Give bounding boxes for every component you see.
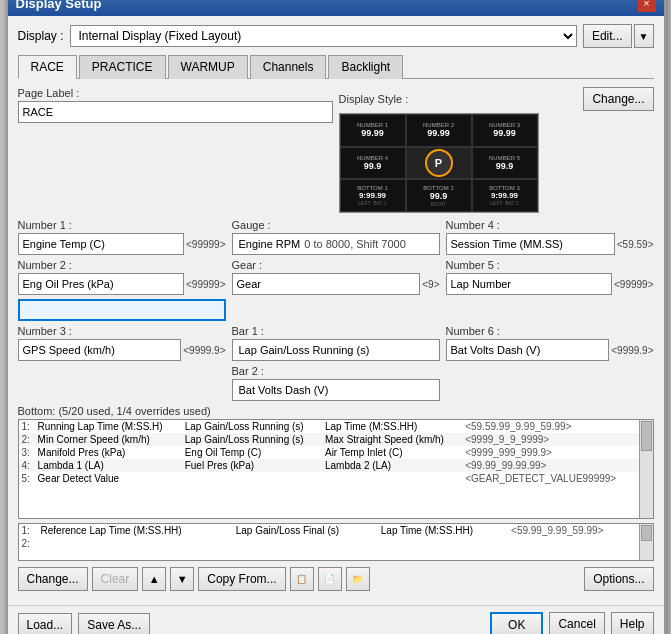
change-display-button[interactable]: Change... bbox=[583, 87, 653, 111]
number4-input[interactable] bbox=[446, 233, 615, 255]
number6-input-row: <9999.9> bbox=[446, 339, 654, 361]
gauge-label: Gauge : bbox=[232, 219, 440, 231]
bottom-table-container: 1: Running Lap Time (M:SS.H) Lap Gain/Lo… bbox=[18, 419, 654, 519]
number2-suffix: <99999> bbox=[186, 279, 226, 290]
tabs: RACE PRACTICE WARMUP Channels Backlight bbox=[18, 54, 654, 79]
display-row: Display : Internal Display (Fixed Layout… bbox=[18, 24, 654, 48]
footer-left: Load... Save As... bbox=[18, 613, 151, 634]
bar1-label: Bar 1 : bbox=[232, 325, 440, 337]
table-row: 2: Min Corner Speed (km/h) Lap Gain/Loss… bbox=[19, 433, 639, 446]
clear-button[interactable]: Clear bbox=[92, 567, 139, 591]
tab-warmup[interactable]: WARMUP bbox=[168, 55, 248, 79]
gauge-cell-3: NUMBER 3 99.99 bbox=[472, 114, 538, 147]
bottom-table-scroll[interactable]: 1: Running Lap Time (M:SS.H) Lap Gain/Lo… bbox=[19, 420, 639, 518]
bar2-group: Bar 2 : Bat Volts Dash (V) bbox=[232, 365, 440, 401]
number6-label: Number 6 : bbox=[446, 325, 654, 337]
close-button[interactable]: × bbox=[638, 0, 656, 12]
edit-dropdown-arrow[interactable]: ▼ bbox=[634, 24, 654, 48]
bar2-label: Bar 2 : bbox=[232, 365, 440, 377]
number2-input-row: <99999> bbox=[18, 273, 226, 295]
action-icon-1[interactable]: 📋 bbox=[290, 567, 314, 591]
gear-group: Gear : <9> bbox=[232, 259, 440, 321]
display-select[interactable]: Internal Display (Fixed Layout) bbox=[70, 25, 577, 47]
gauge-cell-7: BOTTOM 2 99.9 RIGHT bbox=[406, 179, 472, 212]
footer-scrollbar[interactable] bbox=[639, 524, 653, 560]
number6-input[interactable] bbox=[446, 339, 610, 361]
gauge-group: Gauge : Engine RPM 0 to 8000, Shift 7000 bbox=[232, 219, 440, 255]
gauge-range: 0 to 8000, Shift 7000 bbox=[304, 238, 406, 250]
gear-input[interactable] bbox=[232, 273, 421, 295]
number2-group: Number 2 : <99999> bbox=[18, 259, 226, 321]
number3-group: Number 3 : <9999.9> bbox=[18, 325, 226, 361]
footer-right: OK Cancel Help bbox=[490, 612, 653, 634]
gear-suffix: <9> bbox=[422, 279, 439, 290]
bottom-scrollbar[interactable] bbox=[639, 420, 653, 518]
gauge-cell-8: BOTTOM 3 9:99.99 LEFT BAT 2 bbox=[472, 179, 538, 212]
number5-input-row: <99999> bbox=[446, 273, 654, 295]
tab-race[interactable]: RACE bbox=[18, 55, 77, 79]
table-row: 4: Lambda 1 (LA) Fuel Pres (kPa) Lambda … bbox=[19, 459, 639, 472]
move-up-button[interactable]: ▲ bbox=[142, 567, 166, 591]
bar1-row[interactable]: Lap Gain/Loss Running (s) bbox=[232, 339, 440, 361]
page-label-input[interactable] bbox=[18, 101, 333, 123]
footer-table-container: 1: Reference Lap Time (M:SS.HH) Lap Gain… bbox=[18, 523, 654, 561]
dialog-footer: Load... Save As... OK Cancel Help bbox=[8, 605, 664, 634]
edit-button[interactable]: Edit... bbox=[583, 24, 632, 48]
number2-input2[interactable] bbox=[18, 299, 226, 321]
tab-channels[interactable]: Channels bbox=[250, 55, 327, 79]
gauge-value: Engine RPM bbox=[239, 238, 301, 250]
gauge-cell-5: NUMBER 5 99.9 bbox=[472, 147, 538, 180]
action-bar: Change... Clear ▲ ▼ Copy From... 📋 📄 📁 O… bbox=[18, 567, 654, 591]
ok-button[interactable]: OK bbox=[490, 612, 543, 634]
gauge-cell-1: NUMBER 1 99.99 bbox=[340, 114, 406, 147]
gauge-cell-6: BOTTOM 1 9:99.99 LEFT BAT 1 bbox=[340, 179, 406, 212]
change-button[interactable]: Change... bbox=[18, 567, 88, 591]
cancel-button[interactable]: Cancel bbox=[549, 612, 604, 634]
edit-button-group: Edit... ▼ bbox=[583, 24, 654, 48]
bar2-row[interactable]: Bat Volts Dash (V) bbox=[232, 379, 440, 401]
number3-input[interactable] bbox=[18, 339, 182, 361]
table-row: 2: bbox=[19, 537, 639, 550]
action-icon-2[interactable]: 📄 bbox=[318, 567, 342, 591]
bar1-group: Bar 1 : Lap Gain/Loss Running (s) bbox=[232, 325, 440, 361]
table-row: 3: Manifold Pres (kPa) Eng Oil Temp (C) … bbox=[19, 446, 639, 459]
number2-label: Number 2 : bbox=[18, 259, 226, 271]
move-down-button[interactable]: ▼ bbox=[170, 567, 194, 591]
gauge-cell-4: NUMBER 4 99.9 bbox=[340, 147, 406, 180]
number4-label: Number 4 : bbox=[446, 219, 654, 231]
bottom-header: Bottom: (5/20 used, 1/4 overrides used) bbox=[18, 405, 654, 417]
number6-group: Number 6 : <9999.9> bbox=[446, 325, 654, 361]
number5-input[interactable] bbox=[446, 273, 613, 295]
table-row: 1: Running Lap Time (M:SS.H) Lap Gain/Lo… bbox=[19, 420, 639, 433]
window-title: Display Setup bbox=[16, 0, 102, 11]
number4-input-row: <59.59> bbox=[446, 233, 654, 255]
save-as-button[interactable]: Save As... bbox=[78, 613, 150, 634]
load-button[interactable]: Load... bbox=[18, 613, 73, 634]
tab-practice[interactable]: PRACTICE bbox=[79, 55, 166, 79]
number1-input-row: <99999> bbox=[18, 233, 226, 255]
gauge-cell-center: P bbox=[406, 147, 472, 180]
gear-label: Gear : bbox=[232, 259, 440, 271]
action-icon-3[interactable]: 📁 bbox=[346, 567, 370, 591]
gauge-row[interactable]: Engine RPM 0 to 8000, Shift 7000 bbox=[232, 233, 440, 255]
number1-suffix: <99999> bbox=[186, 239, 226, 250]
help-button[interactable]: Help bbox=[611, 612, 654, 634]
tab-backlight[interactable]: Backlight bbox=[328, 55, 403, 79]
number5-group: Number 5 : <99999> bbox=[446, 259, 654, 321]
number3-suffix: <9999.9> bbox=[183, 345, 225, 356]
footer-table: 1: Reference Lap Time (M:SS.HH) Lap Gain… bbox=[19, 524, 639, 550]
number1-input[interactable] bbox=[18, 233, 185, 255]
number5-label: Number 5 : bbox=[446, 259, 654, 271]
number2-input[interactable] bbox=[18, 273, 185, 295]
gear-input-row: <9> bbox=[232, 273, 440, 295]
options-button[interactable]: Options... bbox=[584, 567, 653, 591]
table-row: 5: Gear Detect Value <GEAR_DETECT_VALUE9… bbox=[19, 472, 639, 485]
number3-label: Number 3 : bbox=[18, 325, 226, 337]
display-setup-window: Display Setup × Display : Internal Displ… bbox=[6, 0, 666, 634]
number5-suffix: <99999> bbox=[614, 279, 654, 290]
number4-suffix: <59.59> bbox=[617, 239, 654, 250]
footer-table-scroll[interactable]: 1: Reference Lap Time (M:SS.HH) Lap Gain… bbox=[19, 524, 639, 560]
display-label: Display : bbox=[18, 29, 64, 43]
bar1-value: Lap Gain/Loss Running (s) bbox=[239, 344, 370, 356]
copy-from-button[interactable]: Copy From... bbox=[198, 567, 285, 591]
